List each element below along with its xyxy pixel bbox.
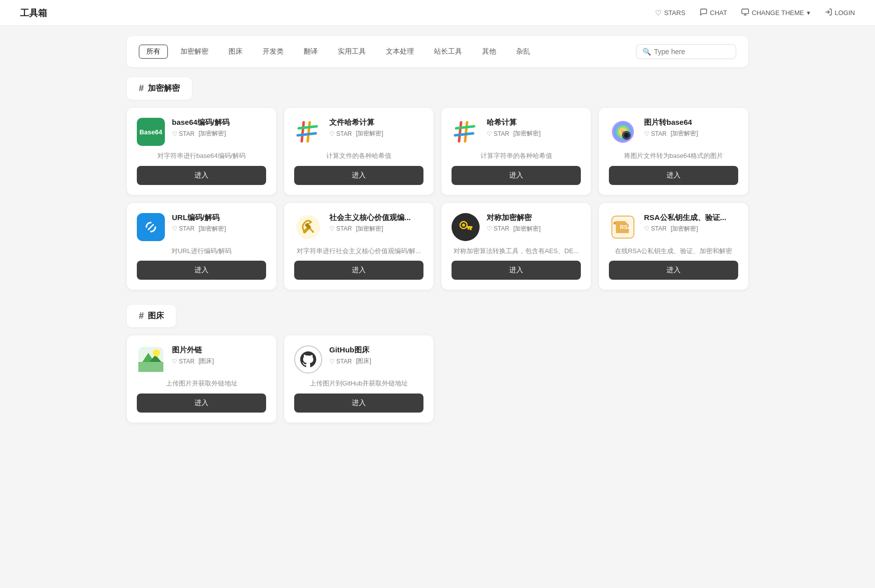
enter-btn-file-hash[interactable]: 进入 xyxy=(294,166,423,185)
enter-btn-hash[interactable]: 进入 xyxy=(452,166,581,185)
star-btn-hash[interactable]: ♡ STAR xyxy=(487,130,509,137)
tool-card-file-hash: 文件哈希计算 ♡ STAR [加密解密] 计算文件的各种哈希值 进入 xyxy=(284,108,433,195)
svg-point-30 xyxy=(153,349,160,356)
card-meta-socialist: ♡ STAR [加密解密] xyxy=(329,225,423,233)
svg-rect-22 xyxy=(468,228,469,230)
card-icon-base64: Base64 xyxy=(137,118,165,146)
tool-card-github-imgbed: GitHub图床 ♡ STAR [图床] 上传图片到GitHub并获取外链地址 … xyxy=(284,335,433,423)
section-title-imgbed: 图床 xyxy=(148,311,164,321)
card-info-socialist: 社会主义核心价值观编... ♡ STAR [加密解密] xyxy=(329,213,423,233)
card-top-hash: 哈希计算 ♡ STAR [加密解密] xyxy=(452,118,581,146)
main-content: 所有 加密解密 图床 开发类 翻译 实用工具 文本处理 站长工具 其他 杂乱 🔍… xyxy=(112,26,763,448)
card-desc-url-encode: 对URL进行编码/解码 xyxy=(137,246,266,256)
tool-card-img-base64: 图片转base64 ♡ STAR [加密解密] 将图片文件转为base64格式的… xyxy=(599,108,748,195)
svg-rect-21 xyxy=(470,228,472,230)
svg-point-19 xyxy=(462,224,465,227)
tool-card-symkey: 对称加密解密 ♡ STAR [加密解密] 对称加密算法转换工具，包含有AES、D… xyxy=(442,203,591,290)
nav-change-theme[interactable]: CHANGE THEME ▾ xyxy=(741,8,810,18)
svg-line-4 xyxy=(302,122,304,141)
svg-point-12 xyxy=(612,121,634,143)
header: 工具箱 ♡ STARS CHAT CHANGE THEME ▾ LOGIN xyxy=(0,0,875,26)
card-desc-rsa: 在线RSA公私钥生成、验证、加密和解密 xyxy=(609,246,738,256)
card-icon-img-base64 xyxy=(609,118,637,146)
svg-rect-0 xyxy=(742,9,748,14)
card-info-rsa: RSA公私钥生成、验证... ♡ STAR [加密解密] xyxy=(644,213,738,233)
star-btn-img-base64[interactable]: ♡ STAR xyxy=(644,130,667,137)
star-btn-file-hash[interactable]: ♡ STAR xyxy=(329,130,352,137)
enter-btn-symkey[interactable]: 进入 xyxy=(452,261,581,280)
card-top-rsa: RSA RSA公私钥生成、验证... ♡ STAR [加密解密] xyxy=(609,213,738,241)
enter-btn-rsa[interactable]: 进入 xyxy=(609,261,738,280)
card-title-rsa: RSA公私钥生成、验证... xyxy=(644,213,738,223)
enter-btn-socialist[interactable]: 进入 xyxy=(294,261,423,280)
card-tag-url-encode: [加密解密] xyxy=(198,225,226,233)
star-btn-socialist[interactable]: ♡ STAR xyxy=(329,225,352,232)
tool-card-base64: Base64 base64编码/解码 ♡ STAR [加密解密] 对字符串进行b… xyxy=(127,108,276,195)
header-nav: ♡ STARS CHAT CHANGE THEME ▾ LOGIN xyxy=(655,8,855,18)
svg-line-7 xyxy=(298,133,316,135)
enter-btn-github-imgbed[interactable]: 进入 xyxy=(294,394,423,413)
card-icon-github-imgbed xyxy=(294,345,322,373)
svg-rect-20 xyxy=(467,226,473,228)
card-top-file-hash: 文件哈希计算 ♡ STAR [加密解密] xyxy=(294,118,423,146)
star-btn-rsa[interactable]: ♡ STAR xyxy=(644,225,667,232)
card-icon-rsa: RSA xyxy=(609,213,637,241)
card-tag-file-hash: [加密解密] xyxy=(356,129,383,138)
card-meta-file-hash: ♡ STAR [加密解密] xyxy=(329,129,423,138)
card-icon-socialist xyxy=(294,213,322,241)
card-meta-rsa: ♡ STAR [加密解密] xyxy=(644,225,738,233)
card-tag-hash: [加密解密] xyxy=(513,129,541,138)
card-info-hash: 哈希计算 ♡ STAR [加密解密] xyxy=(487,118,581,138)
card-meta-hash: ♡ STAR [加密解密] xyxy=(487,129,581,138)
star-btn-url-encode[interactable]: ♡ STAR xyxy=(172,225,194,232)
card-tag-base64: [加密解密] xyxy=(198,129,226,138)
filter-tab-dev[interactable]: 开发类 xyxy=(255,45,291,59)
filter-tab-translate[interactable]: 翻译 xyxy=(296,45,325,59)
card-info-url-encode: URL编码/解码 ♡ STAR [加密解密] xyxy=(172,213,266,233)
tool-card-url-encode: URL编码/解码 ♡ STAR [加密解密] 对URL进行编码/解码 进入 xyxy=(127,203,276,290)
filter-tab-other[interactable]: 其他 xyxy=(475,45,504,59)
star-btn-base64[interactable]: ♡ STAR xyxy=(172,130,194,137)
card-top-socialist: 社会主义核心价值观编... ♡ STAR [加密解密] xyxy=(294,213,423,241)
enter-btn-img-base64[interactable]: 进入 xyxy=(609,166,738,185)
star-btn-github-imgbed[interactable]: ♡ STAR xyxy=(329,358,352,365)
search-icon: 🔍 xyxy=(642,48,651,56)
card-title-hash: 哈希计算 xyxy=(487,118,581,127)
enter-btn-base64[interactable]: 进入 xyxy=(137,166,266,185)
card-tag-github-imgbed: [图床] xyxy=(356,357,371,365)
filter-tab-text[interactable]: 文本处理 xyxy=(378,45,421,59)
enter-btn-url-encode[interactable]: 进入 xyxy=(137,261,266,280)
card-icon-symkey xyxy=(452,213,480,241)
nav-stars[interactable]: ♡ STARS xyxy=(655,9,685,18)
card-tag-socialist: [加密解密] xyxy=(356,225,383,233)
filter-tab-tools[interactable]: 实用工具 xyxy=(330,45,373,59)
filter-tab-imgbed[interactable]: 图床 xyxy=(221,45,250,59)
card-top-base64: Base64 base64编码/解码 ♡ STAR [加密解密] xyxy=(137,118,266,146)
card-top-img-base64: 图片转base64 ♡ STAR [加密解密] xyxy=(609,118,738,146)
filter-tab-webmaster[interactable]: 站长工具 xyxy=(426,45,470,59)
imgbed-tool-grid: 图片外链 ♡ STAR [图床] 上传图片并获取外链地址 进入 xyxy=(127,335,748,423)
search-input[interactable] xyxy=(654,48,730,56)
nav-login[interactable]: LOGIN xyxy=(824,8,855,18)
nav-chat[interactable]: CHAT xyxy=(700,8,727,18)
section-hash-encrypt: # xyxy=(139,83,144,94)
card-icon-imgbed-external xyxy=(137,345,165,373)
card-meta-base64: ♡ STAR [加密解密] xyxy=(172,129,266,138)
search-box: 🔍 xyxy=(636,44,736,59)
card-icon-file-hash xyxy=(294,118,322,146)
filter-tab-misc[interactable]: 杂乱 xyxy=(509,45,538,59)
star-btn-imgbed-external[interactable]: ♡ STAR xyxy=(172,358,194,365)
section-hash-imgbed: # xyxy=(139,311,144,321)
star-btn-symkey[interactable]: ♡ STAR xyxy=(487,225,509,232)
svg-line-9 xyxy=(465,122,467,141)
card-title-socialist: 社会主义核心价值观编... xyxy=(329,213,423,223)
card-meta-github-imgbed: ♡ STAR [图床] xyxy=(329,357,423,365)
tool-card-rsa: RSA RSA公私钥生成、验证... ♡ STAR [加密解密] 在线RSA公私… xyxy=(599,203,748,290)
card-title-base64: base64编码/解码 xyxy=(172,118,266,127)
filter-tab-encrypt[interactable]: 加密解密 xyxy=(173,45,216,59)
card-desc-hash: 计算字符串的各种哈希值 xyxy=(452,151,581,161)
svg-line-11 xyxy=(455,133,473,135)
card-desc-base64: 对字符串进行base64编码/解码 xyxy=(137,151,266,161)
enter-btn-imgbed-external[interactable]: 进入 xyxy=(137,394,266,413)
filter-tab-all[interactable]: 所有 xyxy=(139,45,168,59)
